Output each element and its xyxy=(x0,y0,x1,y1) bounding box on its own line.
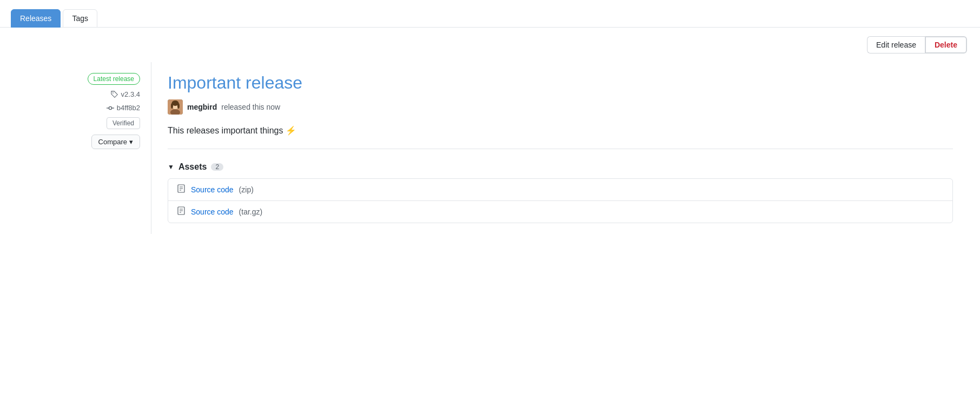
top-tabs: Releases Tags xyxy=(0,0,980,28)
avatar xyxy=(168,99,183,115)
compare-label: Compare xyxy=(98,138,127,146)
edit-release-button[interactable]: Edit release xyxy=(867,36,925,53)
tag-version: v2.3.4 xyxy=(121,90,140,98)
release-meta: megbird released this now xyxy=(168,99,953,115)
commit-info: b4ff8b2 xyxy=(107,104,140,112)
sidebar: Latest release v2.3.4 b4ff8b2 Verified C… xyxy=(11,62,151,234)
release-title: Important release xyxy=(168,73,953,93)
assets-header: ▼ Assets 2 xyxy=(168,162,953,172)
svg-point-0 xyxy=(112,92,114,93)
asset-zip-name: Source code xyxy=(191,185,234,194)
tag-icon xyxy=(111,91,118,98)
assets-count: 2 xyxy=(211,163,223,171)
verified-badge: Verified xyxy=(107,117,140,129)
asset-targz-name: Source code xyxy=(191,207,234,216)
svg-point-10 xyxy=(177,103,180,109)
release-meta-text: released this now xyxy=(221,103,280,111)
asset-zip-ext: (zip) xyxy=(239,185,254,194)
compare-button[interactable]: Compare ▾ xyxy=(91,135,140,149)
tab-tags[interactable]: Tags xyxy=(63,9,97,28)
zip-file-icon xyxy=(177,184,186,195)
delete-button[interactable]: Delete xyxy=(925,36,967,53)
assets-chevron-icon: ▼ xyxy=(168,163,174,171)
assets-list: Source code (zip) Source code (tar.gz) xyxy=(168,178,953,223)
asset-item-zip[interactable]: Source code (zip) xyxy=(168,179,952,201)
latest-release-badge: Latest release xyxy=(88,73,140,85)
assets-label: Assets xyxy=(178,162,207,172)
release-description: This releases important things ⚡ xyxy=(168,125,953,149)
assets-section: ▼ Assets 2 Source code (zip) xyxy=(168,162,953,223)
commit-icon xyxy=(107,104,114,112)
asset-targz-ext: (tar.gz) xyxy=(239,207,263,216)
chevron-down-icon: ▾ xyxy=(129,138,133,146)
commit-hash: b4ff8b2 xyxy=(117,104,140,112)
main-content: Latest release v2.3.4 b4ff8b2 Verified C… xyxy=(0,62,980,234)
asset-item-targz[interactable]: Source code (tar.gz) xyxy=(168,201,952,223)
action-bar: Edit release Delete xyxy=(0,28,980,62)
release-content: Important release megbird released this … xyxy=(151,62,969,234)
svg-point-1 xyxy=(109,106,111,109)
tag-info: v2.3.4 xyxy=(111,90,140,98)
svg-point-9 xyxy=(171,103,173,109)
targz-file-icon xyxy=(177,206,186,217)
release-author: megbird xyxy=(187,103,217,111)
tab-releases[interactable]: Releases xyxy=(11,9,61,28)
